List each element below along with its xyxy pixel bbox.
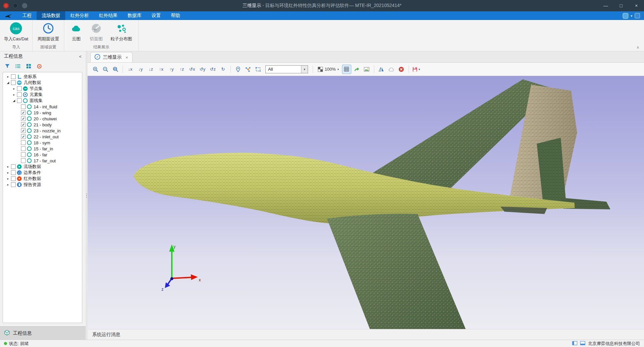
viewport-3d[interactable]: y x z: [88, 76, 644, 329]
expander-icon[interactable]: ▸: [6, 177, 10, 180]
tree-item-far-in[interactable]: 15 - far_in: [3, 146, 82, 152]
display-filter-combobox[interactable]: All ▾: [265, 65, 308, 73]
tree-item-nozzle-in[interactable]: ✓ 23 - nozzle_in: [3, 128, 82, 134]
snapshot-button[interactable]: [362, 65, 371, 74]
view-pos-z-button[interactable]: ↑z: [177, 65, 186, 74]
filter-icon[interactable]: [5, 64, 10, 70]
checkbox[interactable]: [11, 164, 16, 169]
save-view-button[interactable]: ▾: [412, 65, 421, 74]
checkbox[interactable]: ✓: [21, 128, 26, 133]
menu-tab-infrared-results[interactable]: 红外结果: [94, 11, 123, 20]
tree-item-flowfield-data[interactable]: ▸ 流场数据: [3, 164, 82, 170]
particle-distribution-button[interactable]: 粒子分布图: [107, 22, 136, 43]
checkbox[interactable]: [21, 104, 26, 109]
combobox-dropdown-button[interactable]: ▾: [301, 66, 308, 73]
checkbox[interactable]: [21, 158, 26, 163]
menu-tab-settings[interactable]: 设置: [147, 11, 166, 20]
zoom-in-button[interactable]: [91, 65, 100, 74]
menu-tab-flowfield-data[interactable]: 流场数据: [37, 11, 65, 20]
panel-toggle-bottom-icon[interactable]: [580, 341, 585, 347]
grid-toggle-button[interactable]: [342, 65, 351, 74]
checkbox[interactable]: [11, 170, 16, 175]
aircraft-mesh-model[interactable]: y x z: [88, 76, 644, 329]
checkbox[interactable]: [21, 146, 26, 151]
tree-item-far[interactable]: 16 - far: [3, 152, 82, 158]
tree-item-element-set[interactable]: ▸ 元素集: [3, 92, 82, 98]
locate-target-icon[interactable]: [37, 64, 42, 70]
checkbox[interactable]: [11, 182, 16, 187]
tree-item-sym[interactable]: 18 - sym: [3, 140, 82, 146]
mirror-button[interactable]: [377, 65, 386, 74]
panel-collapse-button[interactable]: <: [79, 54, 82, 59]
tab-close-icon[interactable]: ×: [126, 55, 128, 60]
menu-tab-project[interactable]: 工程: [17, 11, 37, 20]
tree-item-int-fluid[interactable]: 14 - int_fluid: [3, 104, 82, 110]
contour-map-button[interactable]: 云图: [67, 22, 86, 43]
theme-caret-icon[interactable]: ▾: [631, 14, 632, 18]
view-pos-y-button[interactable]: ↑y: [167, 65, 176, 74]
checkbox[interactable]: ✓: [21, 122, 26, 127]
tree-item-face-set[interactable]: ◢ 面线集: [3, 98, 82, 104]
panel-toggle-left-icon[interactable]: [572, 341, 577, 347]
project-info-footer-tab[interactable]: 工程信息: [0, 326, 86, 340]
checkbox[interactable]: ✓: [21, 110, 26, 115]
theme-icon[interactable]: [623, 13, 628, 19]
tree-item-wing[interactable]: ✓ 19 - wing: [3, 110, 82, 116]
menu-tab-database[interactable]: 数据库: [123, 11, 147, 20]
checkbox[interactable]: [21, 152, 26, 157]
checkbox[interactable]: [17, 86, 22, 91]
view-pos-x-button[interactable]: ↑x: [157, 65, 166, 74]
model-fuselage[interactable]: [134, 153, 575, 224]
project-tree[interactable]: ▸ 坐标系 ◢ 几何数据 ▸ 节点集 ▸: [3, 72, 82, 323]
rotate-z-button[interactable]: ↺z: [208, 65, 217, 74]
grid-view-icon[interactable]: [26, 64, 31, 70]
box-select-button[interactable]: [253, 65, 262, 74]
tree-item-report-resources[interactable]: ▸ 报告资源: [3, 182, 82, 188]
expander-icon[interactable]: ▸: [6, 165, 10, 168]
zoom-fit-button[interactable]: [111, 65, 120, 74]
view-neg-z-button[interactable]: ↓z: [146, 65, 156, 74]
menu-tab-help[interactable]: 帮助: [166, 11, 185, 20]
export-flow-button[interactable]: [352, 65, 361, 74]
view-neg-x-button[interactable]: ↓x: [126, 65, 135, 74]
tree-item-node-set[interactable]: ▸ 节点集: [3, 86, 82, 92]
layout-icon[interactable]: [635, 13, 640, 18]
checkbox[interactable]: [11, 80, 16, 85]
checkbox[interactable]: [17, 92, 22, 97]
tree-item-coordinate-system[interactable]: ▸ 坐标系: [3, 74, 82, 80]
menu-tab-infrared-analysis[interactable]: 红外分析: [65, 11, 94, 20]
checkbox[interactable]: [17, 98, 22, 103]
model-near-wing[interactable]: [327, 214, 467, 329]
tab-3d-display[interactable]: 三维显示 ×: [90, 52, 133, 62]
cancel-button[interactable]: [397, 65, 406, 74]
cloud-display-button[interactable]: [387, 65, 396, 74]
expander-icon[interactable]: ▸: [6, 171, 10, 174]
import-cas-dat-button[interactable]: cas 导入Cas/Dat: [3, 22, 30, 43]
tree-item-boundary-conditions[interactable]: ▸ 边界条件: [3, 170, 82, 176]
ribbon-collapse-button[interactable]: ∧: [636, 45, 639, 50]
molecule-button[interactable]: [243, 65, 252, 74]
maximize-button[interactable]: □: [613, 0, 629, 11]
tree-item-inlet-out[interactable]: ✓ 22 - inlet_out: [3, 134, 82, 140]
rotate-x-button[interactable]: ↺x: [187, 65, 197, 74]
view-neg-y-button[interactable]: ↓y: [136, 65, 145, 74]
checkbox[interactable]: ✓: [21, 134, 26, 139]
transparency-dropdown[interactable]: 100% ▾: [316, 67, 341, 72]
expander-icon[interactable]: ◢: [6, 81, 10, 84]
minimize-button[interactable]: —: [598, 0, 613, 11]
tree-item-far-out[interactable]: 17 - far_out: [3, 158, 82, 164]
free-rotate-button[interactable]: ↻: [218, 65, 228, 74]
checkbox[interactable]: ✓: [21, 116, 26, 121]
list-view-icon[interactable]: [15, 64, 21, 70]
checkbox[interactable]: [11, 74, 16, 79]
tree-item-infrared-data[interactable]: ▸ 红外数据: [3, 176, 82, 182]
section-map-button[interactable]: 切面图: [86, 22, 106, 43]
expander-icon[interactable]: ▸: [12, 87, 16, 90]
checkbox[interactable]: [21, 140, 26, 145]
expander-icon[interactable]: ◢: [12, 99, 16, 102]
expander-icon[interactable]: ▸: [6, 183, 10, 186]
locate-pin-button[interactable]: [233, 65, 242, 74]
periodic-face-settings-button[interactable]: 周期面设置: [35, 22, 61, 43]
close-button[interactable]: ×: [629, 0, 644, 11]
zoom-out-button[interactable]: [101, 65, 110, 74]
